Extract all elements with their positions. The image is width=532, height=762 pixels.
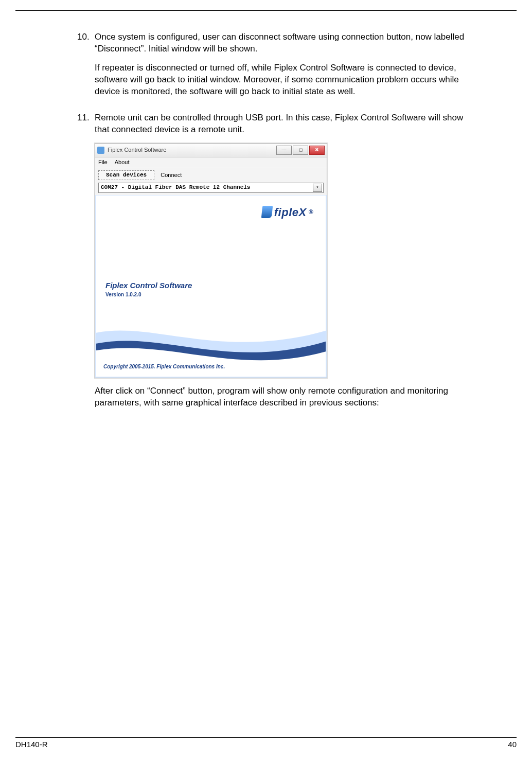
close-button[interactable]: ✖ xyxy=(309,146,325,155)
item-11-after: After click on “Connect” button, program… xyxy=(95,385,470,409)
menu-file[interactable]: File xyxy=(98,158,108,166)
item-number: 11. xyxy=(77,112,95,416)
footer-page-number: 40 xyxy=(508,740,517,749)
item-11-p1: Remote unit can be controlled through US… xyxy=(95,112,470,136)
app-icon xyxy=(97,147,104,154)
window-title: Fiplex Control Software xyxy=(108,146,276,154)
registered-mark: ® xyxy=(309,208,313,216)
connect-button[interactable]: Connect xyxy=(158,171,184,180)
device-combobox[interactable]: COM27 - Digital Fiber DAS Remote 12 Chan… xyxy=(98,183,324,193)
minimize-button[interactable]: — xyxy=(276,146,292,155)
rule-bottom xyxy=(15,737,517,738)
item-number: 10. xyxy=(77,31,95,105)
page-content: 10. Once system is configured, user can … xyxy=(0,11,532,416)
menubar: File About xyxy=(95,157,327,168)
item-10-p2: If repeater is disconnected or turned of… xyxy=(95,62,470,98)
chevron-down-icon[interactable]: ▾ xyxy=(313,184,322,192)
toolbar: Scan devices Connect xyxy=(95,168,327,183)
maximize-button[interactable]: ◻ xyxy=(293,146,308,155)
fiplex-logo: fipleX ® xyxy=(262,205,313,220)
device-combobox-value: COM27 - Digital Fiber DAS Remote 12 Chan… xyxy=(101,184,250,191)
list-item-10: 10. Once system is configured, user can … xyxy=(77,31,470,105)
software-version: Version 1.0.2.0 xyxy=(105,291,141,298)
menu-about[interactable]: About xyxy=(115,158,130,166)
page-footer: DH140-R 40 xyxy=(15,737,517,749)
logo-icon xyxy=(261,206,273,218)
logo-text: fipleX xyxy=(274,205,307,220)
item-10-p1: Once system is configured, user can disc… xyxy=(95,31,470,55)
copyright-line: Copyright 2005-2015. Fiplex Communicatio… xyxy=(103,363,225,370)
client-area: fipleX ® Fiplex Control Software Version… xyxy=(95,195,327,378)
app-window: Fiplex Control Software — ◻ ✖ File About… xyxy=(95,143,327,378)
software-title: Fiplex Control Software xyxy=(105,280,192,291)
scan-devices-button[interactable]: Scan devices xyxy=(98,170,154,180)
titlebar: Fiplex Control Software — ◻ ✖ xyxy=(95,144,327,157)
footer-left: DH140-R xyxy=(15,740,48,749)
list-item-11: 11. Remote unit can be controlled throug… xyxy=(77,112,470,416)
